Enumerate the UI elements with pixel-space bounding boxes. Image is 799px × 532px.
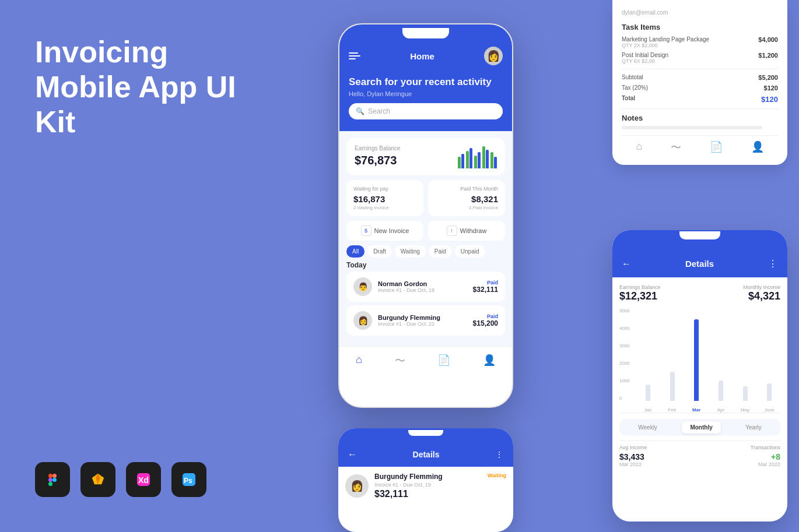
phone-notch: [402, 28, 449, 38]
period-weekly[interactable]: Weekly: [630, 421, 665, 434]
invoice-name-2: Burgundy Flemming: [378, 314, 467, 321]
filter-paid[interactable]: Paid: [429, 245, 452, 258]
nav-invoice[interactable]: 📄: [433, 351, 455, 370]
waiting-label: Waiting for pay: [353, 186, 416, 192]
chart-col-may: [734, 308, 756, 401]
svg-text:Xd: Xd: [138, 475, 149, 485]
panel-row-subtotal: Subtotal $5,200: [622, 74, 778, 81]
invoice-status-2: Paid: [473, 313, 498, 319]
period-monthly[interactable]: Monthly: [682, 421, 720, 434]
chart-x-labels: Jan Feb Mar Apr May June: [637, 407, 780, 413]
bottom-invoice-status: Waiting: [488, 473, 506, 481]
phone-header: Home 👩: [339, 42, 512, 73]
withdraw-button[interactable]: ↑ Withdraw: [428, 221, 505, 241]
chart-y-labels: 5000 4000 3000 2000 1000 0: [619, 308, 637, 401]
new-invoice-label: New Invoice: [374, 227, 409, 234]
notes-label: Notes: [622, 114, 778, 122]
new-invoice-button[interactable]: $ New Invoice: [346, 221, 423, 241]
earnings-label: Earnings Balance: [355, 145, 400, 152]
filter-waiting[interactable]: Waiting: [395, 245, 426, 258]
chart-col-jan: [637, 308, 659, 401]
invoice-item-2[interactable]: 👩 Burgundy Flemming Invoice #1 - Due Oct…: [346, 305, 505, 336]
user-avatar[interactable]: 👩: [484, 47, 503, 65]
new-invoice-icon: $: [361, 226, 372, 236]
invoice-detail-1: Invoice #1 - Due Oct, 19: [378, 287, 467, 293]
panel-icon-home[interactable]: ⌂: [636, 140, 642, 154]
period-yearly[interactable]: Yearly: [737, 421, 769, 434]
earnings-chart: [458, 145, 497, 168]
phone-header-title: Home: [360, 51, 484, 61]
earnings-card: Earnings Balance $76,873: [346, 138, 505, 175]
panel-row-total: Total $120: [622, 95, 778, 104]
paid-label: Paid This Month: [435, 186, 498, 192]
search-icon: 🔍: [356, 107, 365, 115]
filter-draft[interactable]: Draft: [367, 245, 392, 258]
panel-icon-invoice[interactable]: 📄: [710, 140, 723, 154]
filter-unpaid[interactable]: Unpaid: [455, 245, 485, 258]
chart-col-feb: [661, 308, 684, 401]
invoice-name-1: Norman Gordon: [378, 280, 467, 287]
panel-total-label: Total: [622, 95, 635, 104]
panel-row-2-label: Post Initial Design: [622, 52, 668, 58]
more-options-icon[interactable]: ⋮: [768, 258, 778, 269]
hero-title: Invoicing Mobile App UI Kit: [35, 35, 257, 139]
details-monthly-value: $4,321: [743, 290, 780, 302]
details-monthly-label: Monthly Income: [743, 284, 780, 290]
bottom-invoice-detail: Invoice #1 - Due Oct, 19: [374, 482, 506, 488]
svg-text:Ps: Ps: [184, 477, 192, 485]
details-earnings-label: Earnings Balance: [619, 284, 661, 290]
panel-section-title: Task Items: [622, 23, 778, 31]
panel-icon-activity[interactable]: 〜: [671, 140, 681, 154]
panel-icon-profile[interactable]: 👤: [751, 140, 764, 154]
chart-col-apr: [710, 308, 732, 401]
panel-tax-value: $120: [764, 84, 778, 91]
back-arrow-icon[interactable]: ←: [622, 259, 631, 269]
svg-rect-2: [48, 478, 52, 482]
panel-row-2: Post Initial Design QTY 6X $2,00 $1,200: [622, 52, 778, 64]
panel-subtotal-label: Subtotal: [622, 74, 643, 81]
panel-row-tax: Tax (20%) $120: [622, 84, 778, 91]
bottom-back-icon[interactable]: ←: [348, 449, 357, 460]
period-tabs: Weekly Monthly Yearly: [619, 419, 780, 436]
panel-email: dylan@email.com: [622, 9, 778, 16]
nav-profile[interactable]: 👤: [478, 351, 500, 370]
bottom-invoice-avatar: 👩: [345, 474, 369, 498]
bottom-phone-body: 👩 Burgundy Flemming Waiting Invoice #1 -…: [338, 467, 513, 505]
withdraw-icon: ↑: [447, 226, 457, 236]
panel-row-2-sub: QTY 6X $2,00: [622, 58, 668, 64]
nav-activity[interactable]: 〜: [390, 351, 410, 370]
xd-icon: Xd: [126, 462, 161, 497]
phone-blue-section: Search for your recent activity Hello, D…: [339, 73, 512, 131]
bottom-more-icon[interactable]: ⋮: [495, 450, 504, 459]
invoice-item-1[interactable]: 👨 Norman Gordon Invoice #1 - Due Oct, 19…: [346, 272, 505, 302]
chart-bars: [637, 308, 780, 401]
nav-home[interactable]: ⌂: [351, 351, 367, 370]
waiting-stat: Waiting for pay $16,873 2 Waiting Invoic…: [346, 180, 423, 216]
phone-bottom-nav: ⌂ 〜 📄 👤: [339, 346, 512, 375]
transactions-sub: Mar 2022: [751, 461, 780, 467]
waiting-value: $16,873: [353, 194, 416, 204]
bottom-invoice-name: Burgundy Flemming: [374, 473, 443, 481]
notes-line-1: [622, 126, 762, 129]
avg-income-sub: Mar 2022: [619, 461, 647, 467]
chart-col-mar: [685, 308, 707, 401]
earnings-amount: $76,873: [355, 154, 400, 167]
panel-total-value: $120: [761, 95, 778, 104]
panel-row-1-label: Marketing Landing Page Package: [622, 36, 709, 43]
svg-point-4: [52, 478, 57, 482]
panel-row-2-value: $1,200: [758, 52, 778, 64]
chart-col-june: [758, 308, 780, 401]
invoice-panel: dylan@email.com Task Items Marketing Lan…: [612, 0, 787, 165]
withdraw-label: Withdraw: [460, 227, 487, 234]
bottom-invoice-item[interactable]: 👩 Burgundy Flemming Waiting Invoice #1 -…: [345, 473, 506, 499]
invoice-status-1: Paid: [473, 280, 498, 286]
svg-rect-1: [52, 474, 57, 478]
filter-all[interactable]: All: [346, 245, 365, 258]
avg-income-label: Avg Income: [619, 445, 647, 450]
search-bar[interactable]: 🔍 Search: [349, 103, 503, 119]
panel-row-1-value: $4,000: [758, 36, 778, 48]
hamburger-icon[interactable]: [349, 52, 360, 59]
transactions-value: +8: [751, 452, 780, 461]
sketch-icon: [80, 462, 115, 497]
panel-bottom-icons: ⌂ 〜 📄 👤: [622, 135, 778, 156]
